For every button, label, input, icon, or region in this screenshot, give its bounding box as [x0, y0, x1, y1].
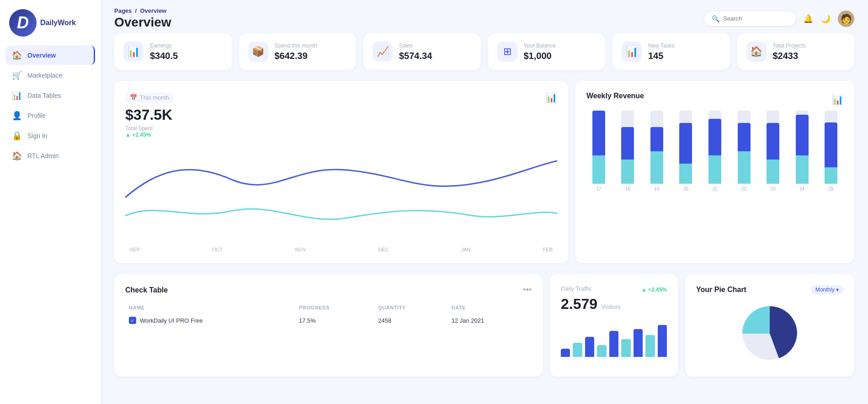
weekly-header: Weekly Revenue 📊: [586, 92, 843, 107]
bar-label: 22: [741, 186, 746, 191]
stat-value: $340.5: [150, 51, 178, 61]
search-icon: 🔍: [712, 15, 719, 22]
month-badge[interactable]: 📅 This month: [125, 92, 174, 103]
pie-header: Your Pie Chart Monthly ▾: [696, 285, 843, 294]
bar-label: 18: [625, 186, 630, 191]
breadcrumb: Pages / Overview: [114, 7, 171, 14]
stat-card-balance: ⊞ Your Balance $1,000: [488, 33, 606, 70]
stat-label: Total Projects: [773, 43, 806, 49]
stat-value: $2433: [773, 51, 806, 61]
check-table-card: Check Table ••• NAME PROGRESS QUANTITY D…: [114, 274, 543, 377]
col-date: DATE: [448, 302, 532, 313]
traffic-unit: Visitors: [601, 303, 620, 310]
bar-group: 24: [790, 111, 815, 191]
sidebar-item-overview[interactable]: 🏠 Overview: [5, 46, 95, 65]
stat-label: Spend this month: [275, 43, 317, 49]
x-label: JAN: [461, 247, 471, 252]
spend-icon: 📦: [248, 42, 268, 62]
row-name: ✓ WorkDaily UI PRO Free: [125, 313, 295, 328]
chart-sub-label: Total Spent: [125, 125, 557, 132]
bell-icon[interactable]: 🔔: [803, 14, 813, 24]
stat-info: Your Balance $1,000: [524, 43, 556, 61]
admin-icon: 🏠: [12, 151, 22, 161]
moon-icon[interactable]: 🌙: [820, 14, 831, 24]
bar-label: 17: [596, 186, 601, 191]
pie-title: Your Pie Chart: [696, 286, 746, 294]
bar-label: 24: [799, 186, 804, 191]
bar-label: 21: [712, 186, 717, 191]
table-title: Check Table: [125, 286, 168, 294]
sidebar-item-marketplace[interactable]: 🛒 Marketplace: [5, 66, 95, 85]
traffic-label: Daily Traffic: [561, 285, 592, 292]
calendar-icon: 📅: [130, 94, 137, 101]
stat-card-tasks: 📊 New Tasks 145: [612, 33, 730, 70]
search-box[interactable]: 🔍: [704, 11, 796, 26]
bar-group: 19: [644, 111, 669, 191]
stats-row: 📊 Earnings $340.5 📦 Spend this month $64…: [114, 33, 854, 70]
tasks-icon: 📊: [622, 42, 642, 62]
bar-group: 22: [732, 111, 756, 191]
header-right: 🔍 🔔 🌙 🧑: [704, 11, 854, 27]
stat-card-projects: 🏠 Total Projects $2433: [737, 33, 855, 70]
sidebar-item-profile[interactable]: 👤 Profile: [5, 106, 95, 125]
chart-expand-icon[interactable]: 📊: [546, 92, 557, 103]
col-name: NAME: [125, 302, 295, 313]
col-quantity: QUANTITY: [374, 302, 447, 313]
x-label: NOV: [295, 247, 306, 252]
sidebar-item-label: Sign In: [27, 132, 48, 139]
weekly-revenue-card: Weekly Revenue 📊 17 18: [575, 81, 854, 263]
more-button[interactable]: •••: [523, 285, 532, 295]
sidebar-item-rtl-admin[interactable]: 🏠 RTL Admin: [5, 146, 95, 165]
person-icon: 👤: [12, 111, 22, 121]
x-label: SEP: [130, 247, 140, 252]
balance-icon: ⊞: [497, 42, 517, 62]
sidebar: D DailyWork 🏠 Overview 🛒 Marketplace 📊 D…: [0, 0, 101, 404]
bar-group: 17: [586, 111, 611, 191]
pie-chart-card: Your Pie Chart Monthly ▾: [685, 274, 854, 377]
sidebar-nav: 🏠 Overview 🛒 Marketplace 📊 Data Tables 👤…: [0, 46, 101, 165]
chart-trend: ▲ +2.45%: [125, 132, 557, 138]
wave-chart: [125, 143, 557, 243]
logo-icon: D: [9, 9, 37, 37]
bar-chart: 17 18 19 20: [586, 111, 843, 202]
bar-group: 18: [616, 111, 640, 191]
main-content: Pages / Overview Overview 🔍 🔔 🌙 🧑 📊 Earn…: [101, 0, 868, 404]
bottom-row: Check Table ••• NAME PROGRESS QUANTITY D…: [114, 274, 854, 377]
sidebar-item-label: Marketplace: [27, 72, 62, 79]
chart-main-value: $37.5K: [125, 106, 557, 123]
cart-icon: 🛒: [12, 70, 22, 80]
sidebar-item-data-tables[interactable]: 📊 Data Tables: [5, 86, 95, 105]
row-date: 12 Jan 2021: [448, 313, 532, 328]
mini-bar: [585, 337, 594, 357]
mini-bar: [609, 331, 618, 357]
mini-bar: [561, 349, 570, 357]
x-label: DEC: [378, 247, 389, 252]
mini-bar: [634, 329, 643, 357]
stat-info: Sales $574.34: [399, 43, 432, 61]
sidebar-item-sign-in[interactable]: 🔒 Sign In: [5, 126, 95, 145]
stat-label: Sales: [399, 43, 432, 49]
sidebar-item-label: RTL Admin: [27, 152, 59, 159]
traffic-trend: ▲ +2.45%: [641, 287, 667, 293]
x-label: OCT: [212, 247, 223, 252]
bar-group: 25: [819, 111, 844, 191]
page-title: Overview: [114, 15, 171, 30]
row-progress: 17.5%: [295, 313, 374, 328]
charts-row: 📅 This month 📊 $37.5K Total Spent ▲ +2.4…: [114, 81, 854, 263]
weekly-expand-icon[interactable]: 📊: [832, 94, 843, 105]
avatar[interactable]: 🧑: [838, 11, 854, 27]
row-quantity: 2458: [374, 313, 447, 328]
bar-label: 25: [829, 186, 834, 191]
main-chart-card: 📅 This month 📊 $37.5K Total Spent ▲ +2.4…: [114, 81, 568, 263]
search-input[interactable]: [723, 15, 788, 22]
monthly-dropdown[interactable]: Monthly ▾: [811, 285, 843, 294]
pie-svg: [733, 302, 806, 366]
row-checkbox[interactable]: ✓: [129, 317, 136, 324]
pie-container: [696, 302, 843, 366]
stat-label: Earnings: [150, 43, 178, 49]
projects-icon: 🏠: [746, 42, 767, 62]
sidebar-item-label: Profile: [27, 112, 46, 119]
lock-icon: 🔒: [12, 131, 22, 141]
logo-text: DailyWork: [40, 19, 76, 27]
stat-value: $642.39: [275, 51, 317, 61]
